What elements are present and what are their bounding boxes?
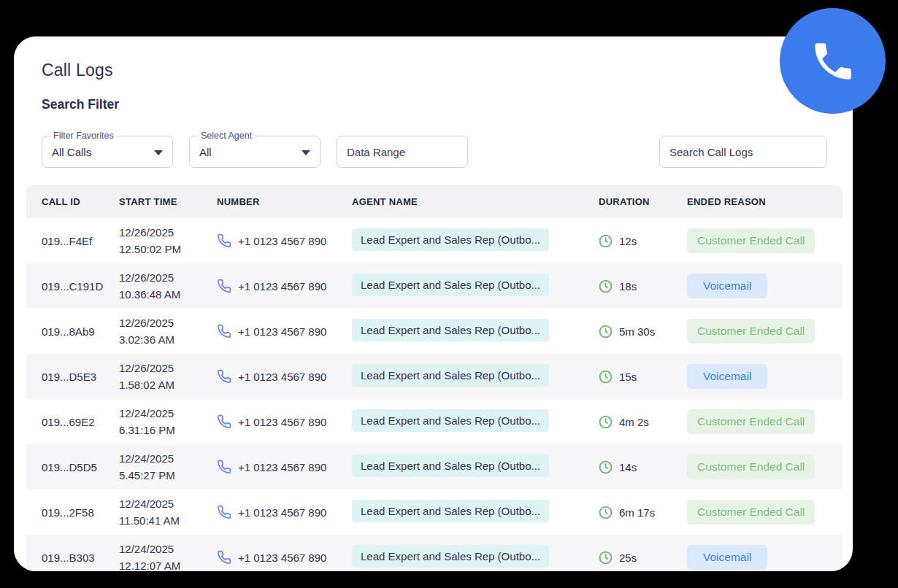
start-date: 12/26/2025	[119, 360, 217, 376]
start-date: 12/24/2025	[119, 541, 217, 557]
agent-name-badge: Lead Expert and Sales Rep (Outbo...	[352, 228, 549, 251]
call-id-cell: 019...B303	[26, 552, 119, 564]
duration-value: 5m 30s	[619, 325, 655, 338]
duration-cell: 6m 17s	[599, 506, 687, 519]
start-time: 6.31:16 PM	[119, 422, 217, 438]
col-header-number: NUMBER	[217, 196, 352, 207]
start-time-cell: 12/26/2025 12.50:02 PM	[119, 224, 217, 258]
table-row[interactable]: 019...C191D 12/26/2025 10.36:48 AM +1 01…	[26, 263, 843, 309]
phone-number: +1 0123 4567 890	[238, 325, 326, 338]
ended-reason-badge: Voicemail	[687, 545, 767, 570]
agent-name-badge: Lead Expert and Sales Rep (Outbo...	[352, 319, 549, 341]
start-time: 5.45:27 PM	[119, 467, 217, 484]
agent-name-badge: Lead Expert and Sales Rep (Outbo...	[352, 364, 549, 387]
clock-icon	[599, 234, 613, 248]
ended-reason-cell: Customer Ended Call	[687, 454, 843, 479]
col-header-call-id: CALL ID	[26, 196, 119, 207]
agent-name-cell: Lead Expert and Sales Rep (Outbo...	[352, 545, 599, 570]
phone-number: +1 0123 4567 890	[238, 506, 326, 519]
call-id-cell: 019...F4Ef	[26, 235, 119, 247]
start-time: 12.50:02 PM	[119, 241, 217, 258]
chevron-down-icon	[154, 150, 163, 155]
ended-reason-cell: Voicemail	[687, 364, 843, 389]
number-cell: +1 0123 4567 890	[217, 505, 352, 519]
ended-reason-badge: Voicemail	[687, 274, 767, 298]
clock-icon	[599, 551, 613, 565]
number-cell: +1 0123 4567 890	[217, 369, 352, 384]
duration-value: 15s	[619, 371, 637, 383]
ended-reason-badge: Customer Ended Call	[687, 500, 815, 525]
ended-reason-badge: Customer Ended Call	[687, 319, 815, 344]
start-date: 12/24/2025	[119, 405, 217, 422]
agent-name-badge: Lead Expert and Sales Rep (Outbo...	[352, 409, 549, 432]
search-filter-heading: Search Filter	[42, 97, 119, 112]
duration-cell: 4m 2s	[599, 415, 687, 429]
number-cell: +1 0123 4567 890	[217, 550, 352, 565]
start-date: 12/26/2025	[119, 269, 217, 286]
ended-reason-cell: Customer Ended Call	[687, 319, 843, 344]
call-id-cell: 019...2F58	[26, 506, 119, 519]
date-range-placeholder: Data Range	[347, 146, 405, 158]
start-date: 12/24/2025	[119, 450, 217, 467]
clock-icon	[599, 506, 613, 519]
phone-icon	[217, 233, 231, 248]
number-cell: +1 0123 4567 890	[217, 279, 352, 293]
ended-reason-cell: Voicemail	[687, 545, 843, 570]
table-row[interactable]: 019...D5E3 12/26/2025 1.58:02 AM +1 0123…	[26, 354, 843, 399]
phone-icon	[217, 324, 231, 339]
clock-icon	[599, 279, 613, 293]
phone-icon	[217, 550, 231, 565]
ended-reason-cell: Customer Ended Call	[687, 228, 843, 253]
duration-cell: 15s	[599, 370, 687, 384]
agent-name-badge: Lead Expert and Sales Rep (Outbo...	[352, 500, 549, 522]
agent-name-cell: Lead Expert and Sales Rep (Outbo...	[352, 319, 599, 344]
filter-favorites-select[interactable]: Filter Favorites All Calls	[42, 136, 173, 168]
start-date: 12/26/2025	[119, 224, 217, 241]
start-date: 12/26/2025	[119, 314, 217, 331]
phone-number: +1 0123 4567 890	[238, 461, 326, 473]
date-range-input[interactable]: Data Range	[337, 136, 468, 168]
call-logs-table: CALL ID START TIME NUMBER AGENT NAME DUR…	[26, 185, 843, 571]
clock-icon	[599, 325, 613, 339]
table-row[interactable]: 019...69E2 12/24/2025 6.31:16 PM +1 0123…	[26, 399, 843, 444]
page-title: Call Logs	[42, 61, 113, 80]
call-logs-card: Call Logs Search Filter Filter Favorites…	[14, 36, 853, 571]
agent-name-badge: Lead Expert and Sales Rep (Outbo...	[352, 274, 549, 296]
duration-cell: 12s	[599, 234, 687, 248]
table-row[interactable]: 019...8Ab9 12/26/2025 3.02:36 AM +1 0123…	[26, 309, 843, 354]
agent-name-cell: Lead Expert and Sales Rep (Outbo...	[352, 364, 599, 389]
call-id-cell: 019...8Ab9	[26, 325, 119, 338]
phone-number: +1 0123 4567 890	[238, 371, 326, 383]
col-header-agent-name: AGENT NAME	[352, 196, 599, 207]
phone-number: +1 0123 4567 890	[238, 235, 326, 247]
ended-reason-cell: Customer Ended Call	[687, 500, 843, 525]
start-time: 12.12:07 AM	[119, 557, 217, 571]
table-row[interactable]: 019...B303 12/24/2025 12.12:07 AM +1 012…	[26, 535, 843, 571]
clock-icon	[599, 415, 613, 429]
select-agent-select[interactable]: Select Agent All	[189, 136, 321, 168]
phone-icon	[217, 414, 231, 429]
phone-number: +1 0123 4567 890	[238, 280, 326, 293]
number-cell: +1 0123 4567 890	[217, 233, 352, 248]
ended-reason-badge: Customer Ended Call	[687, 228, 815, 253]
start-time-cell: 12/24/2025 12.12:07 AM	[119, 541, 217, 571]
clock-icon	[599, 370, 613, 384]
ended-reason-cell: Customer Ended Call	[687, 409, 843, 434]
phone-icon	[217, 460, 231, 474]
start-time: 3.02:36 AM	[119, 331, 217, 348]
duration-value: 25s	[619, 552, 637, 564]
table-row[interactable]: 019...D5D5 12/24/2025 5.45:27 PM +1 0123…	[26, 444, 843, 490]
table-row[interactable]: 019...2F58 12/24/2025 11.50:41 AM +1 012…	[26, 490, 843, 535]
search-call-logs-input[interactable]: Search Call Logs	[659, 136, 827, 168]
duration-value: 18s	[619, 280, 637, 293]
start-time-cell: 12/24/2025 6.31:16 PM	[119, 405, 217, 438]
table-row[interactable]: 019...F4Ef 12/26/2025 12.50:02 PM +1 012…	[26, 218, 843, 263]
phone-fab-button[interactable]	[780, 8, 886, 114]
select-agent-value: All	[199, 146, 212, 158]
phone-number: +1 0123 4567 890	[238, 552, 326, 564]
duration-cell: 5m 30s	[599, 325, 687, 339]
search-placeholder: Search Call Logs	[669, 146, 753, 158]
ended-reason-cell: Voicemail	[687, 274, 843, 298]
start-time-cell: 12/24/2025 5.45:27 PM	[119, 450, 217, 484]
agent-name-cell: Lead Expert and Sales Rep (Outbo...	[352, 454, 599, 479]
